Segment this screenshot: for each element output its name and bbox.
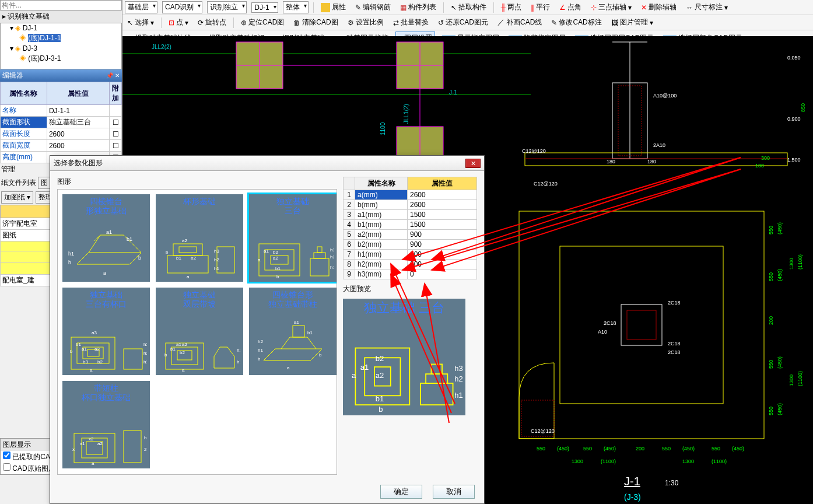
editor-header: 编辑器 📌 ✕ xyxy=(0,69,122,82)
add-drawing-button[interactable]: 加图纸 ▾ xyxy=(1,191,33,204)
param-row[interactable]: 3 a1(mm) 1500 xyxy=(344,210,477,220)
svg-text:2C18: 2C18 xyxy=(668,300,681,306)
cancel-button[interactable]: 取消 xyxy=(433,485,475,499)
svg-rect-152 xyxy=(420,383,453,405)
pin-icon[interactable]: 📌 ✕ xyxy=(106,72,120,79)
tree-node-dj1-1[interactable]: ◈ (底)DJ-1-1 xyxy=(1,33,121,44)
param-val[interactable]: 900 xyxy=(408,240,477,250)
param-name: b(mm) xyxy=(355,200,408,210)
close-icon[interactable]: ✕ xyxy=(465,159,481,168)
threept-button[interactable]: ⊹ 三点辅轴 ▾ xyxy=(588,1,634,13)
dd-cadrec[interactable]: CAD识别 xyxy=(162,1,202,13)
svg-text:180: 180 xyxy=(607,159,615,164)
preview-pane: 独立基础 三台 a a1 a2 b2 b xyxy=(343,299,465,415)
shape-double-slope[interactable]: 独立基础 双层带坡 bb1b2a1a2ah2h1 xyxy=(156,288,243,375)
svg-text:b2: b2 xyxy=(273,250,278,255)
tree-node-dj3-1[interactable]: ◈ (底)DJ-3-1 xyxy=(1,53,121,64)
param-row[interactable]: 8 h2(mm) 300 xyxy=(344,260,477,270)
svg-text:550: 550 xyxy=(537,446,545,452)
param-val[interactable]: 2600 xyxy=(408,200,477,210)
shape-pyramid[interactable]: 四棱锥台 形独立基础 abh1ha1b1 xyxy=(62,194,150,282)
mod-cad-button[interactable]: ✎ 修改CAD标注 xyxy=(549,16,604,29)
pt-angle-button[interactable]: ∠ 点角 xyxy=(557,1,584,13)
svg-text:h2: h2 xyxy=(237,348,240,353)
ok-button[interactable]: 确定 xyxy=(380,485,422,499)
batch-replace-button[interactable]: ⇄ 批量替换 xyxy=(391,16,431,29)
svg-text:2h1: 2h1 xyxy=(144,447,147,452)
dd-whole[interactable]: 整体 xyxy=(283,1,309,13)
svg-rect-139 xyxy=(82,438,107,458)
dd-layer[interactable]: 基础层 xyxy=(125,1,157,13)
param-idx: 3 xyxy=(344,210,355,220)
prop-wid-val[interactable]: 2600 xyxy=(47,140,109,152)
svg-text:b2: b2 xyxy=(376,354,384,363)
param-val[interactable]: 1500 xyxy=(408,210,477,220)
restore-cad-button[interactable]: ↺ 还原CAD图元 xyxy=(436,16,490,29)
attr-button[interactable]: 属性 xyxy=(318,1,348,13)
svg-text:a: a xyxy=(103,270,106,276)
dd-recindep[interactable]: 识别独立 xyxy=(207,1,247,13)
svg-text:h1: h1 xyxy=(454,391,462,400)
prop-h-key: 高度(mm) xyxy=(1,152,47,163)
shape-cup[interactable]: 杯形基础 aba2b1b2h3h2h1 xyxy=(156,194,243,282)
pick-component-button[interactable]: ↖ 拾取构件 xyxy=(448,1,489,13)
svg-text:h2: h2 xyxy=(454,374,462,383)
svg-rect-78 xyxy=(179,247,197,253)
param-row[interactable]: 2 b(mm) 2600 xyxy=(344,200,477,210)
param-val[interactable]: 900 xyxy=(408,230,477,240)
svg-text:b: b xyxy=(164,352,167,358)
select-button[interactable]: ↖ 选择 ▾ xyxy=(125,16,156,29)
svg-text:h3: h3 xyxy=(214,249,219,254)
shape-three-step[interactable]: 独立基础 三台 aa1a2b1b2bh3h2h1 xyxy=(249,194,337,282)
point-button[interactable]: ⊡ 点 ▾ xyxy=(166,16,191,29)
clear-cad-button[interactable]: 🗑 清除CAD图 xyxy=(291,16,340,29)
tree-node-dj1[interactable]: ▾ ◈ DJ-1 xyxy=(1,23,121,33)
edit-rebar-button[interactable]: ✎ 编辑钢筋 xyxy=(353,1,393,13)
svg-rect-79 xyxy=(217,247,234,273)
shape-pyramid-col[interactable]: 四棱锥台形 独立基础带柱 aba1b1h2h1h xyxy=(249,288,337,375)
svg-text:h1: h1 xyxy=(214,266,219,271)
svg-text:b1: b1 xyxy=(176,256,181,261)
svg-text:A10: A10 xyxy=(598,329,607,335)
prop-wid-key: 截面宽度 xyxy=(1,140,47,152)
shape-three-step-cup[interactable]: 独立基础 三台有杯口 bb1a3a1a2b3b2ah3h2h1 xyxy=(62,288,150,375)
prop-hdr-val: 属性值 xyxy=(47,82,109,105)
dd-comp[interactable]: DJ-1 xyxy=(251,2,278,13)
shape-short-col-cup[interactable]: 带短柱 杯口独立基础 axx1x2a2h32h1 xyxy=(62,381,150,468)
svg-text:a1: a1 xyxy=(294,320,299,325)
del-aux-button[interactable]: ✕ 删除辅轴 xyxy=(639,1,679,13)
component-list-button[interactable]: ▦ 构件列表 xyxy=(398,1,439,13)
set-scale-button[interactable]: ⚙ 设置比例 xyxy=(345,16,386,29)
fill-cad-button[interactable]: ／ 补画CAD线 xyxy=(495,16,544,29)
dim-button[interactable]: ↔ 尺寸标注 ▾ xyxy=(684,1,730,13)
param-val[interactable]: 300 xyxy=(408,260,477,270)
param-val[interactable]: 1500 xyxy=(408,220,477,230)
twopt-button[interactable]: ╫ 两点 xyxy=(499,1,524,13)
svg-text:550: 550 xyxy=(768,226,774,235)
param-val[interactable]: 0 xyxy=(408,270,477,279)
param-row[interactable]: 9 h3(mm) 0 xyxy=(344,270,477,279)
locate-cad-button[interactable]: ⊕ 定位CAD图 xyxy=(239,16,286,29)
param-val[interactable]: 300 xyxy=(408,250,477,260)
param-val[interactable]: 2600 xyxy=(408,190,477,200)
param-row[interactable]: 1 a(mm) 2600 xyxy=(344,190,477,200)
param-row[interactable]: 6 b2(mm) 900 xyxy=(344,240,477,250)
param-row[interactable]: 7 h1(mm) 300 xyxy=(344,250,477,260)
svg-rect-31 xyxy=(560,246,723,404)
tree-node-dj3[interactable]: ▾ ◈ DJ-3 xyxy=(1,44,121,53)
dialog-titlebar[interactable]: 选择参数化图形 ✕ xyxy=(50,156,484,171)
prop-shape-val[interactable]: 独立基础三台 xyxy=(47,117,109,128)
svg-text:1300: 1300 xyxy=(789,374,794,386)
rotate-point-button[interactable]: ⟳ 旋转点 xyxy=(195,16,229,29)
component-search-input[interactable] xyxy=(0,0,122,10)
editor-title: 编辑器 xyxy=(2,71,23,80)
svg-text:h3: h3 xyxy=(330,247,334,253)
prop-name-val[interactable]: DJ-1-1 xyxy=(47,105,109,117)
param-row[interactable]: 5 a2(mm) 900 xyxy=(344,230,477,240)
prop-len-val[interactable]: 2600 xyxy=(47,128,109,140)
param-name: b2(mm) xyxy=(355,240,408,250)
param-idx: 7 xyxy=(344,250,355,260)
pic-mgr-button[interactable]: 🖼 图片管理 ▾ xyxy=(609,16,656,29)
param-row[interactable]: 4 b1(mm) 1500 xyxy=(344,220,477,230)
parallel-button[interactable]: ‖ 平行 xyxy=(528,1,552,13)
